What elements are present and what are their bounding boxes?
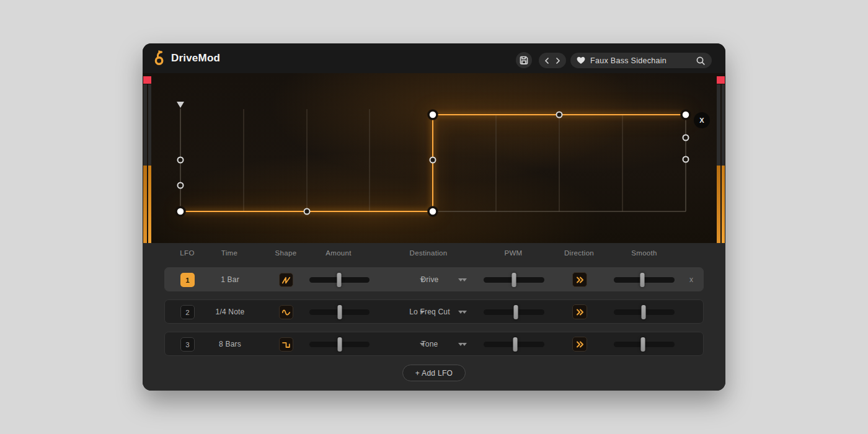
clip-indicator [143, 76, 151, 84]
plugin-window: DriveMod [143, 43, 725, 391]
smooth-slider[interactable] [614, 277, 675, 283]
lfo-row-2[interactable]: 2 1/4 Note Lo Freq Cut [164, 299, 704, 324]
save-icon [520, 56, 528, 64]
envelope-node[interactable] [428, 207, 437, 216]
time-select[interactable]: 1 Bar [202, 268, 258, 292]
amount-slider-handle[interactable] [338, 337, 342, 352]
preset-browser[interactable]: Faux Bass Sidechain [570, 53, 712, 68]
envelope-node[interactable] [176, 207, 185, 216]
previous-preset-button chevron-left-icon[interactable] [544, 57, 549, 64]
chevron-down-icon[interactable] [462, 311, 467, 314]
envelope-svg [143, 73, 725, 243]
meter-bar [722, 84, 725, 243]
smooth-slider-handle[interactable] [641, 337, 645, 352]
loop-start-marker[interactable] [177, 102, 184, 108]
pwm-slider-handle[interactable] [513, 337, 517, 352]
lfo-row-3[interactable]: 3 8 Bars Tone [164, 332, 704, 356]
remove-lfo-button[interactable]: x [686, 268, 697, 292]
time-select[interactable]: 8 Bars [202, 332, 258, 356]
column-header-lfo: LFO [180, 249, 194, 257]
envelope-node-small[interactable] [430, 157, 436, 163]
lfo-index-badge[interactable]: 3 [180, 337, 195, 352]
pwm-slider[interactable] [484, 342, 544, 347]
brand-logo-icon [153, 50, 166, 66]
square-wave-icon [281, 340, 291, 349]
pwm-slider-handle[interactable] [512, 273, 516, 287]
envelope-node-small[interactable] [178, 183, 184, 188]
double-chevron-right-icon [576, 277, 584, 283]
pwm-slider-handle[interactable] [513, 305, 518, 319]
envelope-node[interactable] [681, 110, 690, 119]
app-title: DriveMod [171, 52, 220, 64]
shape-select[interactable] [279, 273, 293, 287]
amount-slider[interactable] [309, 342, 370, 347]
smooth-slider[interactable] [614, 342, 675, 347]
chevron-down-icon[interactable] [462, 278, 467, 281]
smooth-slider[interactable] [614, 309, 675, 315]
chevron-down-icon[interactable] [462, 343, 467, 346]
envelope-node-small[interactable] [557, 112, 562, 118]
envelope-node-small[interactable] [304, 209, 310, 215]
shape-select[interactable] [279, 305, 293, 319]
smooth-slider-handle[interactable] [642, 305, 646, 319]
lfo-index-badge[interactable]: 1 [180, 273, 195, 287]
lfo-panel: LFO Time Shape Amount Destination PWM Di… [143, 243, 725, 391]
sine-wave-icon [281, 308, 291, 317]
envelope-node[interactable] [428, 110, 437, 119]
amount-slider-handle[interactable] [337, 273, 341, 287]
amount-slider[interactable] [309, 309, 370, 315]
destination-select[interactable]: Drive [392, 268, 467, 292]
direction-button[interactable] [572, 272, 587, 287]
column-header-amount: Amount [326, 249, 351, 257]
shape-select[interactable] [279, 337, 293, 352]
double-chevron-right-icon [576, 309, 584, 316]
search-icon[interactable] [696, 56, 706, 66]
logo: DriveMod [153, 43, 220, 73]
double-chevron-right-icon [576, 341, 584, 348]
preset-nav [539, 53, 566, 68]
meter-bar [148, 84, 152, 243]
close-editor-button[interactable]: X [694, 112, 710, 128]
destination-select[interactable]: Tone [392, 332, 467, 356]
next-preset-button chevron-right-icon[interactable] [556, 57, 560, 64]
time-select[interactable]: 1/4 Note [202, 300, 258, 324]
envelope-node-small[interactable] [178, 157, 184, 163]
level-meter-right [717, 76, 725, 243]
column-header-shape: Shape [275, 249, 297, 257]
preset-name[interactable]: Faux Bass Sidechain [590, 56, 691, 65]
meter-bar [717, 84, 720, 243]
lfo-index-badge[interactable]: 2 [180, 305, 195, 319]
amount-slider[interactable] [309, 277, 370, 283]
lfo-envelope-editor[interactable]: X [143, 73, 725, 243]
sawtooth-wave-icon [281, 276, 291, 285]
column-header-pwm: PWM [504, 249, 522, 257]
envelope-node-small[interactable] [683, 157, 689, 162]
favorite-heart-icon[interactable] [577, 56, 585, 64]
column-header-time: Time [221, 249, 237, 257]
title-bar: DriveMod [143, 43, 725, 73]
level-meter-left [143, 76, 151, 243]
pwm-slider[interactable] [484, 309, 544, 315]
direction-button[interactable] [572, 337, 587, 352]
pwm-slider[interactable] [484, 277, 544, 283]
desktop-background: DriveMod [0, 0, 868, 434]
column-header-destination: Destination [410, 249, 448, 257]
lfo-row-1[interactable]: 1 1 Bar Drive [164, 267, 704, 291]
destination-select[interactable]: Lo Freq Cut [392, 300, 467, 324]
smooth-slider-handle[interactable] [640, 273, 645, 287]
clip-indicator [717, 76, 725, 84]
amount-slider-handle[interactable] [338, 305, 342, 319]
meter-bar [143, 84, 147, 243]
add-lfo-button[interactable]: + Add LFO [402, 365, 466, 381]
direction-button[interactable] [572, 304, 587, 319]
column-header-direction: Direction [564, 249, 594, 257]
envelope-node-small[interactable] [683, 135, 689, 141]
save-preset-button[interactable] [516, 52, 532, 68]
column-header-smooth: Smooth [631, 249, 657, 257]
